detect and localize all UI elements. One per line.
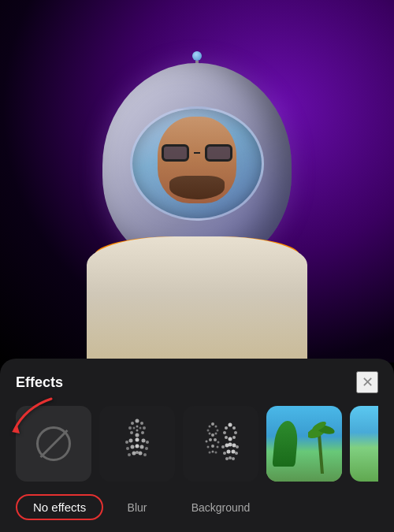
svg-point-14: [146, 441, 149, 444]
effects-title: Effects: [16, 374, 63, 391]
labels-row: No effects Blur Background: [16, 494, 378, 520]
svg-point-52: [229, 437, 232, 441]
svg-point-5: [143, 426, 146, 430]
svg-point-63: [235, 452, 238, 455]
svg-point-28: [136, 430, 139, 432]
beard: [169, 176, 225, 199]
svg-point-26: [139, 427, 142, 430]
effect-item-background[interactable]: [183, 406, 258, 482]
close-button[interactable]: ✕: [356, 371, 378, 393]
glasses-lens-right: [205, 144, 232, 162]
label-background: Background: [183, 501, 258, 514]
svg-point-35: [209, 433, 211, 435]
palm-tree-icon: [308, 419, 336, 474]
svg-point-17: [136, 445, 139, 448]
svg-point-13: [142, 439, 146, 443]
svg-point-19: [145, 447, 148, 450]
svg-point-6: [141, 431, 144, 434]
svg-point-3: [136, 419, 139, 423]
svg-point-9: [128, 426, 132, 430]
no-effects-button[interactable]: No effects: [16, 494, 103, 520]
video-area: [0, 0, 394, 363]
svg-point-43: [217, 446, 219, 448]
svg-point-39: [214, 438, 217, 441]
svg-point-42: [211, 445, 214, 448]
effect-item-nature[interactable]: [350, 406, 378, 482]
effects-row: [16, 406, 378, 482]
svg-point-21: [132, 452, 136, 456]
svg-point-18: [140, 445, 144, 449]
svg-point-12: [136, 438, 139, 442]
svg-point-59: [236, 445, 239, 448]
svg-point-20: [128, 453, 131, 456]
effect-item-beach[interactable]: [266, 406, 342, 482]
svg-point-11: [129, 439, 133, 443]
svg-point-37: [206, 441, 208, 443]
label-blur: Blur: [99, 501, 175, 514]
svg-point-55: [221, 445, 225, 448]
svg-point-24: [143, 453, 147, 456]
glasses: [162, 144, 232, 162]
red-arrow-indicator: [8, 391, 63, 441]
svg-point-49: [232, 426, 236, 430]
svg-point-32: [217, 430, 219, 432]
svg-point-66: [232, 457, 235, 460]
svg-point-7: [136, 433, 139, 437]
astronaut-figure: [71, 47, 323, 363]
svg-line-67: [319, 434, 322, 474]
svg-point-65: [229, 456, 232, 459]
svg-point-40: [217, 441, 220, 444]
svg-point-36: [207, 430, 210, 432]
effect-item-blur[interactable]: [99, 406, 175, 482]
label-no-effect: No effects: [16, 494, 91, 520]
svg-point-46: [215, 452, 217, 454]
effects-header: Effects ✕: [16, 371, 378, 393]
svg-point-61: [227, 450, 231, 454]
svg-point-41: [207, 446, 210, 448]
svg-point-48: [229, 423, 232, 427]
helmet-visor: [130, 106, 264, 221]
svg-point-53: [225, 436, 228, 439]
svg-point-51: [232, 436, 236, 439]
svg-point-45: [212, 451, 214, 453]
glasses-lens-left: [162, 144, 189, 162]
svg-point-47: [225, 426, 228, 430]
suit-body: [87, 236, 307, 363]
svg-point-22: [136, 451, 139, 454]
svg-point-2: [131, 422, 134, 425]
svg-point-15: [126, 447, 129, 450]
svg-point-27: [136, 426, 139, 428]
svg-point-8: [130, 431, 133, 434]
svg-point-62: [232, 450, 236, 454]
svg-point-38: [209, 438, 212, 441]
svg-point-64: [225, 457, 229, 460]
glasses-bridge: [194, 152, 200, 154]
svg-point-34: [211, 433, 214, 437]
svg-point-58: [232, 444, 236, 448]
svg-point-50: [234, 431, 237, 434]
svg-point-10: [125, 441, 128, 444]
svg-point-4: [140, 422, 143, 425]
svg-point-30: [211, 422, 214, 426]
svg-point-54: [223, 431, 226, 434]
svg-point-25: [133, 427, 136, 430]
svg-point-33: [215, 433, 217, 435]
svg-point-57: [229, 443, 232, 447]
svg-point-44: [209, 452, 211, 454]
effects-panel: Effects ✕: [0, 359, 394, 532]
face-skin: [158, 117, 236, 203]
person-blur-icon: [99, 406, 175, 482]
svg-point-16: [131, 445, 135, 449]
person-background-icon: [183, 406, 258, 482]
svg-point-31: [215, 426, 217, 428]
svg-point-60: [223, 452, 226, 455]
face: [150, 117, 244, 211]
svg-point-23: [139, 452, 143, 456]
svg-point-29: [209, 426, 211, 428]
